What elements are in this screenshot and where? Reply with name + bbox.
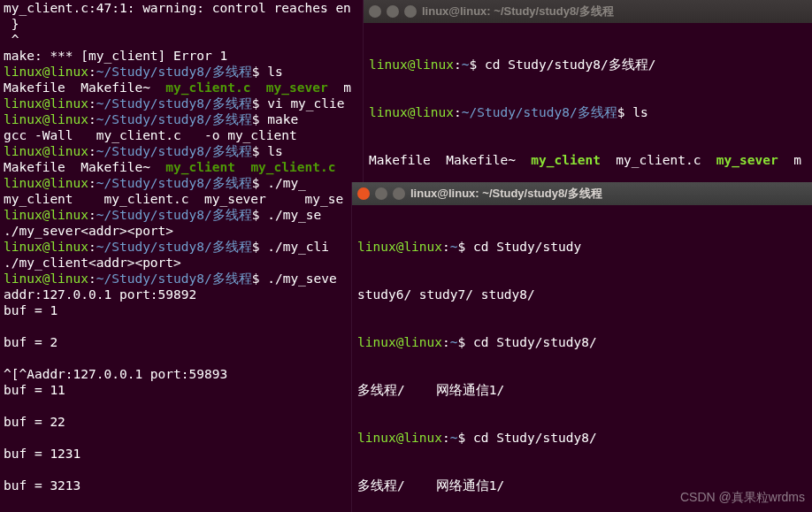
minimize-icon[interactable] (375, 187, 387, 200)
colon: : (442, 335, 450, 349)
output-line: ./my_sever<addr><port> (4, 223, 361, 239)
output-line: buf = 3213 (4, 478, 361, 493)
file-exe: my_client (531, 153, 601, 167)
terminal-left[interactable]: my_client.c:47:1: warning: control reach… (0, 0, 364, 512)
colon: : (88, 208, 96, 222)
command: vi my_clie (267, 96, 344, 111)
colon: : (88, 144, 96, 158)
prompt-path: ~ (450, 335, 458, 349)
dollar: $ (252, 176, 267, 190)
terminal-body[interactable]: linux@linux:~$ cd Study/study study6/ st… (352, 205, 812, 512)
tab-completion: my_client my_client.c my_sever my_se (4, 191, 361, 207)
prompt-user: linux@linux (357, 240, 442, 254)
prompt-path: ~/Study/study8/多线程 (96, 112, 252, 126)
spacer (250, 80, 265, 95)
colon: : (88, 271, 96, 286)
command: ./my_ (267, 176, 306, 190)
command: ls (632, 105, 647, 119)
blank-line (4, 350, 361, 366)
prompt-line: linux@linux:~/Study/study8/多线程$ ls (4, 143, 361, 159)
file-plain: Makefile Makefile~ (4, 160, 165, 174)
dollar: $ (458, 335, 473, 349)
output-line: buf = 22 (4, 414, 361, 430)
prompt-path: ~/Study/study8/多线程 (96, 271, 252, 286)
output-line: ./my_client<addr><port> (4, 255, 361, 271)
file-exe: my_sever (266, 80, 328, 95)
file-cut: m (778, 153, 801, 167)
output-line: gcc -Wall my_client.c -o my_client (4, 127, 361, 143)
maximize-icon[interactable] (393, 187, 405, 200)
minimize-icon[interactable] (387, 5, 399, 18)
blank-line (4, 398, 361, 414)
window-titlebar[interactable]: linux@linux: ~/Study/study8/多线程 (352, 182, 812, 205)
terminal-top-right[interactable]: linux@linux: ~/Study/study8/多线程 linux@li… (363, 0, 812, 182)
tab-completion: 多线程/ 网络通信1/ (357, 382, 807, 398)
prompt-path: ~/Study/study8/多线程 (462, 105, 617, 119)
colon: : (88, 65, 96, 79)
output-line: ^[^Aaddr:127.0.0.1 port:59893 (4, 366, 361, 382)
prompt-user: linux@linux (4, 112, 88, 126)
output-line: buf = 11 (4, 382, 361, 398)
prompt-line: linux@linux:~$ cd Study/study8/多线程/ (369, 57, 807, 73)
dollar: $ (458, 240, 473, 254)
file-source: my_client.c (250, 160, 335, 174)
command: ./my_seve (267, 271, 337, 286)
prompt-user: linux@linux (4, 176, 88, 190)
file-plain: Makefile Makefile~ (369, 153, 531, 167)
window-titlebar[interactable]: linux@linux: ~/Study/study8/多线程 (364, 0, 812, 23)
prompt-line: linux@linux:~/Study/study8/多线程$ ./my_sev… (4, 271, 361, 287)
colon: : (454, 57, 462, 72)
output-line: ^ (4, 32, 361, 48)
prompt-path: ~/Study/study8/多线程 (96, 96, 252, 111)
output-line: buf = 2 (4, 334, 361, 350)
output-line: make: *** [my_client] Error 1 (4, 48, 361, 64)
prompt-path: ~ (462, 57, 470, 72)
spacer (235, 160, 250, 174)
output-line: buf = 1231 (4, 446, 361, 462)
prompt-line: linux@linux:~/Study/study8/多线程$ ./my_se (4, 207, 361, 223)
blank-line (4, 462, 361, 478)
command: cd Study/study8/多线程/ (485, 57, 655, 72)
blank-line (4, 493, 361, 509)
prompt-user: linux@linux (4, 240, 88, 254)
ls-output: Makefile Makefile~ my_client.c my_sever … (4, 80, 361, 96)
command: ls (267, 144, 282, 158)
prompt-user: linux@linux (357, 335, 442, 349)
dollar: $ (252, 144, 267, 158)
prompt-user: linux@linux (4, 144, 88, 158)
prompt-line: linux@linux:~$ cd Study/study (357, 239, 807, 255)
prompt-path: ~/Study/study8/多线程 (96, 240, 252, 254)
window-title: linux@linux: ~/Study/study8/多线程 (410, 186, 602, 202)
prompt-line: linux@linux:~/Study/study8/多线程$ make (4, 111, 361, 127)
dollar: $ (252, 112, 267, 126)
colon: : (88, 240, 96, 254)
dollar: $ (252, 271, 267, 286)
prompt-user: linux@linux (4, 65, 88, 79)
dollar: $ (252, 208, 267, 222)
file-source: my_client.c (165, 80, 250, 95)
command: ./my_se (267, 208, 321, 222)
dollar: $ (617, 105, 632, 119)
terminal-bottom-right[interactable]: linux@linux: ~/Study/study8/多线程 linux@li… (351, 182, 812, 512)
command: ls (267, 65, 282, 79)
maximize-icon[interactable] (404, 5, 417, 18)
prompt-path: ~ (450, 431, 458, 445)
prompt-path: ~/Study/study8/多线程 (96, 208, 252, 222)
prompt-user: linux@linux (357, 431, 442, 445)
watermark: CSDN @真果粒wrdms (680, 489, 805, 505)
prompt-path: ~/Study/study8/多线程 (96, 176, 252, 190)
close-icon[interactable] (369, 5, 381, 18)
command: ./my_cli (267, 240, 329, 254)
file-plain: my_client.c (601, 153, 716, 167)
ls-output: Makefile Makefile~ my_client my_client.c (4, 159, 361, 175)
close-icon[interactable] (357, 187, 370, 200)
prompt-path: ~ (450, 240, 458, 254)
dollar: $ (470, 57, 485, 72)
ls-output: Makefile Makefile~ my_client my_client.c… (369, 152, 807, 168)
prompt-line: linux@linux:~/Study/study8/多线程$ ls (369, 104, 807, 120)
prompt-line: linux@linux:~/Study/study8/多线程$ vi my_cl… (4, 96, 361, 111)
prompt-line: linux@linux:~$ cd Study/study8/ (357, 334, 807, 350)
file-plain: Makefile Makefile~ (4, 80, 165, 95)
output-line: buf = 1 (4, 302, 361, 318)
prompt-line: linux@linux:~$ cd Study/study8/ (357, 430, 807, 446)
